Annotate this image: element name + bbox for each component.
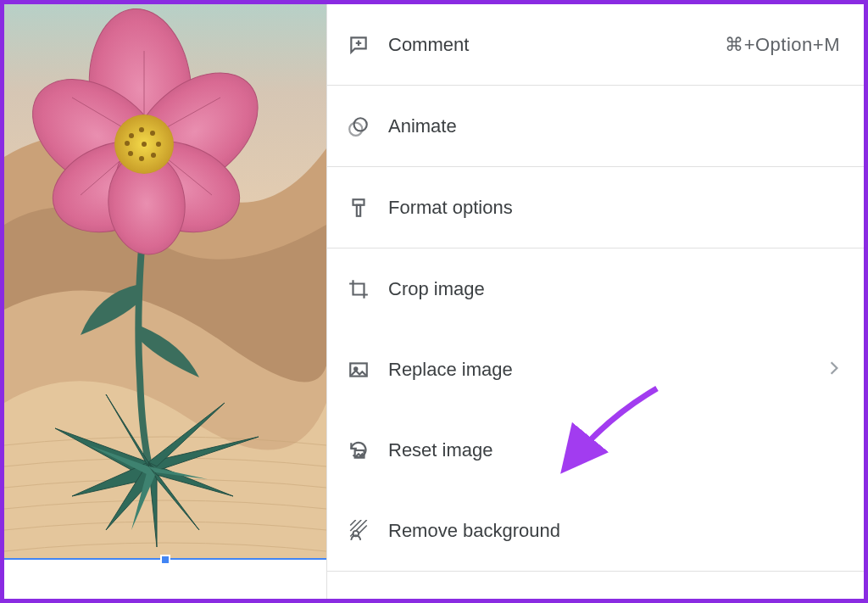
context-menu: Comment ⌘+Option+M Animate Format option… [326,4,864,599]
menu-shortcut: ⌘+Option+M [725,34,840,56]
format-options-icon [344,196,373,220]
svg-point-9 [139,127,144,132]
menu-label: Reset image [388,439,840,461]
remove-background-icon [344,519,373,543]
selection-handle-bottom[interactable] [160,555,170,565]
menu-label: Remove background [388,520,840,542]
selected-image[interactable] [4,4,326,560]
app-frame: Comment ⌘+Option+M Animate Format option… [0,0,868,603]
crop-icon [344,277,373,301]
svg-rect-22 [357,204,360,215]
menu-label: Crop image [388,278,840,300]
menu-label: Comment [388,34,725,56]
svg-point-16 [142,142,147,147]
menu-item-crop-image[interactable]: Crop image [327,248,864,329]
submenu-arrow-icon [828,359,840,381]
reset-image-icon [344,438,373,462]
menu-item-add-to-theme[interactable]: Add to theme [327,572,864,603]
svg-line-27 [350,520,361,531]
palette-icon [344,600,373,604]
svg-point-14 [128,151,133,156]
svg-point-13 [139,156,144,161]
menu-label: Animate [388,115,840,137]
svg-point-10 [150,131,155,136]
menu-item-comment[interactable]: Comment ⌘+Option+M [327,4,864,85]
svg-point-15 [125,141,130,146]
menu-item-replace-image[interactable]: Replace image [327,329,864,410]
flower-desert-image [4,4,326,560]
svg-point-12 [151,153,156,158]
svg-line-26 [350,520,356,526]
svg-point-11 [156,142,161,147]
menu-label: Replace image [388,359,828,381]
replace-image-icon [344,358,373,382]
animate-icon [344,114,373,138]
menu-item-animate[interactable]: Animate [327,86,864,166]
svg-point-8 [129,133,134,138]
comment-icon [344,33,373,57]
menu-item-reset-image[interactable]: Reset image [327,410,864,490]
menu-label: Format options [388,197,840,219]
menu-item-remove-background[interactable]: Remove background [327,490,864,571]
menu-item-format-options[interactable]: Format options [327,167,864,248]
